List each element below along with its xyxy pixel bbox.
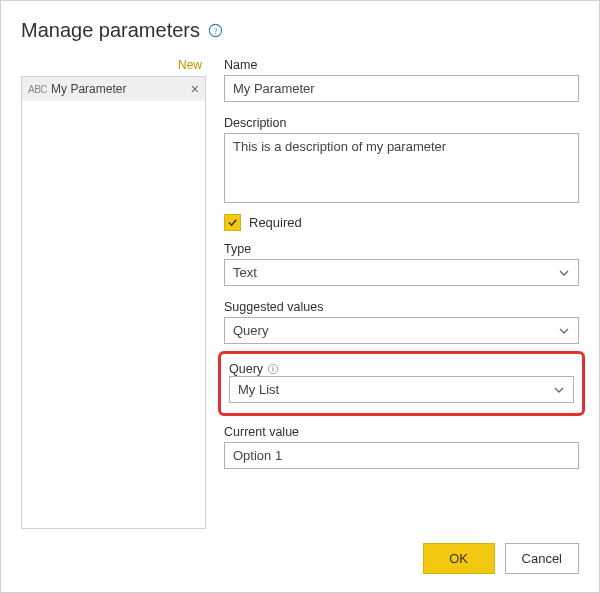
name-input[interactable] <box>224 75 579 102</box>
type-select[interactable]: Text <box>224 259 579 286</box>
dialog-footer: OK Cancel <box>21 543 579 574</box>
svg-rect-4 <box>272 368 273 371</box>
query-label: Query <box>229 362 263 376</box>
cancel-button[interactable]: Cancel <box>505 543 579 574</box>
query-highlight-box: Query My List <box>218 351 585 416</box>
help-icon[interactable]: ? <box>208 23 223 38</box>
name-label: Name <box>224 58 579 72</box>
query-label-row: Query <box>229 362 574 376</box>
svg-text:?: ? <box>214 26 218 36</box>
new-parameter-link[interactable]: New <box>21 56 206 76</box>
info-icon[interactable] <box>267 363 279 375</box>
parameter-form: Name Description This is a description o… <box>224 56 579 529</box>
required-label: Required <box>249 215 302 230</box>
query-select-value: My List <box>238 382 279 397</box>
current-value-input[interactable] <box>224 442 579 469</box>
required-checkbox[interactable] <box>224 214 241 231</box>
chevron-down-icon <box>553 384 565 396</box>
parameter-list: ABC My Parameter × <box>21 76 206 529</box>
remove-parameter-icon[interactable]: × <box>191 82 199 96</box>
query-select[interactable]: My List <box>229 376 574 403</box>
suggested-values-label: Suggested values <box>224 300 579 314</box>
parameter-item-label: My Parameter <box>51 82 187 96</box>
chevron-down-icon <box>558 267 570 279</box>
manage-parameters-dialog: Manage parameters ? New ABC My Parameter… <box>0 0 600 593</box>
current-value-label: Current value <box>224 425 579 439</box>
ok-button[interactable]: OK <box>423 543 495 574</box>
svg-point-3 <box>272 366 274 368</box>
parameter-sidebar: New ABC My Parameter × <box>21 56 206 529</box>
type-label: Type <box>224 242 579 256</box>
suggested-values-select[interactable]: Query <box>224 317 579 344</box>
text-type-icon: ABC <box>28 84 47 95</box>
title-row: Manage parameters ? <box>21 19 579 42</box>
required-checkbox-row[interactable]: Required <box>224 214 579 231</box>
chevron-down-icon <box>558 325 570 337</box>
description-textarea[interactable]: This is a description of my parameter <box>224 133 579 203</box>
description-label: Description <box>224 116 579 130</box>
dialog-title: Manage parameters <box>21 19 200 42</box>
parameter-list-item[interactable]: ABC My Parameter × <box>22 77 205 101</box>
suggested-values-select-value: Query <box>233 323 268 338</box>
type-select-value: Text <box>233 265 257 280</box>
